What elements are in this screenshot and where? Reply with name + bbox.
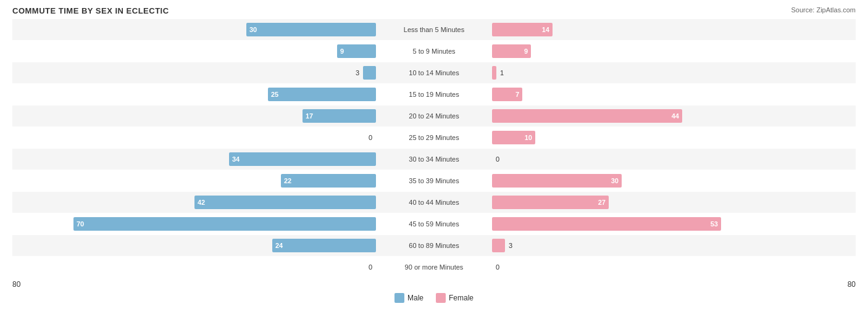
row-label: 45 to 59 Minutes bbox=[378, 220, 490, 228]
row-label-area: 20 to 24 Minutes bbox=[378, 112, 490, 120]
bar-female-value: 7 bbox=[515, 91, 522, 98]
chart-row: 34 30 to 34 Minutes 0 bbox=[12, 149, 856, 170]
bar-female-value: 14 bbox=[542, 26, 553, 33]
bar-female-value: 27 bbox=[598, 199, 609, 206]
right-bar-wrapper: 3 bbox=[492, 239, 856, 252]
left-section: 9 bbox=[12, 44, 378, 58]
axis-label-right: 80 bbox=[848, 280, 856, 289]
bar-female-value: 53 bbox=[711, 220, 721, 228]
left-bar-wrapper: 24 bbox=[12, 239, 376, 252]
row-label-area: 35 to 39 Minutes bbox=[378, 177, 490, 184]
right-section: 10 bbox=[490, 131, 856, 144]
left-section: 17 bbox=[12, 109, 378, 123]
axis-label-left: 80 bbox=[12, 280, 20, 289]
bar-female-value: 30 bbox=[611, 177, 622, 184]
right-section: 0 bbox=[490, 260, 856, 274]
legend-female-label: Female bbox=[449, 294, 474, 302]
bar-male-value: 70 bbox=[73, 220, 84, 228]
row-label: 15 to 19 Minutes bbox=[378, 91, 490, 98]
row-label: 5 to 9 Minutes bbox=[378, 47, 490, 55]
left-section: 70 bbox=[12, 217, 378, 231]
chart-row: 0 25 to 29 Minutes 10 bbox=[12, 127, 856, 148]
bar-male: 42 bbox=[194, 196, 376, 209]
bar-female-value: 0 bbox=[496, 263, 508, 271]
row-label: 30 to 34 Minutes bbox=[378, 155, 490, 163]
right-bar-wrapper: 53 bbox=[492, 217, 856, 231]
bar-male-value: 25 bbox=[268, 91, 278, 98]
legend-male-box bbox=[394, 293, 404, 303]
axis-row: 80 80 bbox=[12, 278, 856, 291]
row-label-area: 25 to 29 Minutes bbox=[378, 134, 490, 141]
left-bar-wrapper: 0 bbox=[12, 131, 376, 144]
right-bar-wrapper: 0 bbox=[492, 260, 856, 274]
row-label-area: 90 or more Minutes bbox=[378, 263, 490, 271]
chart-row: 17 20 to 24 Minutes 44 bbox=[12, 105, 856, 126]
row-label-area: 40 to 44 Minutes bbox=[378, 199, 490, 206]
right-section: 44 bbox=[490, 109, 856, 123]
legend-male: Male bbox=[394, 293, 424, 303]
right-bar-wrapper: 10 bbox=[492, 131, 856, 144]
row-label: 20 to 24 Minutes bbox=[378, 112, 490, 120]
row-label-area: 10 to 14 Minutes bbox=[378, 69, 490, 76]
left-bar-wrapper: 34 bbox=[12, 152, 376, 166]
row-label-area: 45 to 59 Minutes bbox=[378, 220, 490, 228]
left-bar-wrapper: 70 bbox=[12, 217, 376, 231]
left-bar-wrapper: 17 bbox=[12, 109, 376, 123]
bar-female: 30 bbox=[492, 174, 622, 188]
right-bar-wrapper: 0 bbox=[492, 152, 856, 166]
left-bar-wrapper: 42 bbox=[12, 196, 376, 209]
left-bar-wrapper: 9 bbox=[12, 44, 376, 58]
bar-male bbox=[363, 66, 376, 80]
row-label-area: 15 to 19 Minutes bbox=[378, 91, 490, 98]
row-label: 40 to 44 Minutes bbox=[378, 199, 490, 206]
chart-row: 42 40 to 44 Minutes 27 bbox=[12, 192, 856, 213]
right-section: 27 bbox=[490, 196, 856, 209]
left-bar-wrapper: 3 bbox=[12, 66, 376, 80]
bar-male-value: 17 bbox=[303, 112, 313, 120]
bar-female bbox=[492, 66, 496, 80]
bar-male-value: 22 bbox=[281, 177, 291, 184]
right-section: 14 bbox=[490, 23, 856, 36]
chart-row: 0 90 or more Minutes 0 bbox=[12, 257, 856, 278]
row-label-area: 5 to 9 Minutes bbox=[378, 47, 490, 55]
bar-female bbox=[492, 239, 505, 252]
legend-female-box bbox=[436, 293, 446, 303]
left-section: 24 bbox=[12, 239, 378, 252]
left-bar-wrapper: 25 bbox=[12, 88, 376, 101]
left-section: 42 bbox=[12, 196, 378, 209]
chart-row: 24 60 to 89 Minutes 3 bbox=[12, 235, 856, 256]
axis-left: 80 bbox=[12, 280, 379, 289]
bar-female-value: 0 bbox=[496, 155, 508, 163]
row-label-area: 60 to 89 Minutes bbox=[378, 242, 490, 249]
source-label: Source: ZipAtlas.com bbox=[791, 6, 856, 14]
left-section: 34 bbox=[12, 152, 378, 166]
chart-area: 30 Less than 5 Minutes 14 9 bbox=[12, 19, 856, 278]
chart-row: 30 Less than 5 Minutes 14 bbox=[12, 19, 856, 40]
chart-container: COMMUTE TIME BY SEX IN ECLECTIC Source: … bbox=[0, 0, 868, 322]
bar-female: 9 bbox=[492, 44, 531, 58]
chart-row: 70 45 to 59 Minutes 53 bbox=[12, 213, 856, 234]
left-section: 25 bbox=[12, 88, 378, 101]
bar-male-value: 34 bbox=[229, 155, 240, 163]
bar-male-value: 3 bbox=[347, 69, 359, 76]
bar-male: 25 bbox=[268, 88, 376, 101]
bar-male: 17 bbox=[303, 109, 376, 123]
bar-male-value: 9 bbox=[337, 47, 344, 55]
right-bar-wrapper: 1 bbox=[492, 66, 856, 80]
legend-female: Female bbox=[436, 293, 474, 303]
bar-female: 27 bbox=[492, 196, 609, 209]
bar-female: 53 bbox=[492, 217, 721, 231]
left-bar-wrapper: 22 bbox=[12, 174, 376, 188]
bar-male-value: 24 bbox=[272, 242, 283, 249]
bar-male: 34 bbox=[229, 152, 376, 166]
chart-row: 22 35 to 39 Minutes 30 bbox=[12, 170, 856, 191]
bar-male-value: 30 bbox=[246, 26, 257, 33]
left-section: 0 bbox=[12, 260, 378, 274]
right-bar-wrapper: 14 bbox=[492, 23, 856, 36]
left-section: 3 bbox=[12, 66, 378, 80]
bar-male: 9 bbox=[337, 44, 376, 58]
bar-female-value: 44 bbox=[672, 112, 682, 120]
axis-right: 80 bbox=[489, 280, 856, 289]
right-section: 3 bbox=[490, 239, 856, 252]
right-bar-wrapper: 27 bbox=[492, 196, 856, 209]
